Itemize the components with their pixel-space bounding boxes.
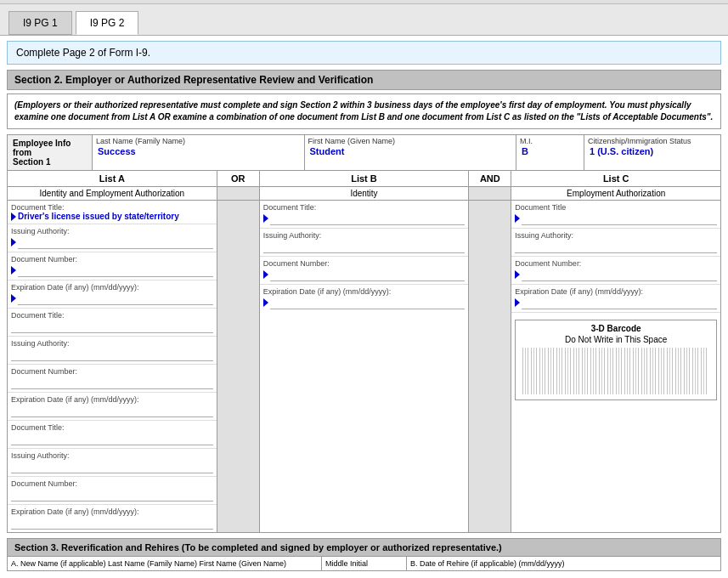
employee-info-row: Employee Info fromSection 1 Last Name (F… — [8, 135, 720, 171]
list-b-sub: Identity — [260, 187, 470, 200]
section2-form: Employee Info fromSection 1 Last Name (F… — [7, 134, 721, 533]
section3-header: Section 3. Reverification and Rehires (T… — [7, 538, 721, 557]
col-a-issuing-auth-1: Issuing Authority: — [8, 224, 217, 252]
col-b-issuing-label: Issuing Authority: — [263, 231, 466, 240]
tab-bar: I9 PG 1 I9 PG 2 — [0, 4, 728, 36]
col-a-expdate-label: Expiration Date (if any) (mm/dd/yyyy): — [11, 283, 213, 292]
col-c-doc-title: Document Title — [511, 201, 720, 229]
col-b-issuing-input[interactable] — [263, 240, 466, 253]
barcode-box: 3-D Barcode Do Not Write in This Space — [515, 320, 717, 400]
col-a-docnum2-input[interactable] — [11, 376, 213, 389]
col-a-issuing3-label: Issuing Authority: — [11, 451, 213, 460]
col-a-doc-title2-label: Document Title: — [11, 311, 213, 320]
col-c-issuing-auth: Issuing Authority: — [511, 229, 720, 257]
col-c-docnum-input[interactable] — [522, 268, 717, 281]
col-b-docnum-input[interactable] — [270, 268, 466, 281]
col-a-doc-title2-input[interactable] — [11, 320, 213, 333]
tab-i9-pg2[interactable]: I9 PG 2 — [76, 11, 139, 35]
emp-citizenship-cell: Citizenship/Immigration Status 1 (U.S. c… — [584, 135, 720, 170]
col-b-expdate-input[interactable] — [270, 296, 466, 309]
emp-mi-cell: M.I. B — [516, 135, 584, 170]
col-b-docnum-label: Document Number: — [263, 259, 466, 268]
col-b-doc-title-input[interactable] — [270, 212, 466, 225]
col-b-exp-date: Expiration Date (if any) (mm/dd/yyyy): — [260, 285, 469, 312]
col-c-doc-number: Document Number: — [511, 257, 720, 285]
col-a-issuing-3: Issuing Authority: — [8, 449, 217, 477]
barcode-subtitle: Do Not Write in This Space — [519, 335, 713, 344]
citizenship-label: Citizenship/Immigration Status — [588, 137, 717, 145]
list-a-sub: Identity and Employment Authorization — [8, 187, 217, 200]
col-a-exp-date-1: Expiration Date (if any) (mm/dd/yyyy): — [8, 280, 217, 309]
notice-bar: Complete Page 2 of Form I-9. — [7, 41, 721, 65]
col-a-expdate2-input[interactable] — [11, 404, 213, 417]
and-header: AND — [469, 171, 511, 186]
list-headers-row: List A OR List B AND List C — [8, 171, 720, 187]
col-a-doc-title-value: Driver's license issued by state/territo… — [18, 212, 179, 221]
list-c-header: List C — [511, 171, 720, 186]
col-c-doc-title-label: Document Title — [515, 203, 717, 212]
col-c-issuing-label: Issuing Authority: — [515, 231, 717, 240]
tab-i9-pg1[interactable]: I9 PG 1 — [8, 11, 72, 35]
col-c-docnum-label: Document Number: — [515, 259, 717, 268]
emp-last-name-cell: Last Name (Family Name) Success — [93, 135, 305, 170]
first-name-value: Student — [308, 145, 513, 157]
section3-col-a: A. New Name (if applicable) Last Name (F… — [8, 557, 322, 570]
col-a-doc-number-3: Document Number: — [8, 477, 217, 505]
data-columns: Document Title: Driver's license issued … — [8, 201, 720, 532]
triangle-icon-b1 — [263, 214, 268, 223]
col-a-exp-date-3: Expiration Date (if any) (mm/dd/yyyy): — [8, 505, 217, 532]
list-c-sub: Employment Authorization — [511, 187, 720, 200]
last-name-label: Last Name (Family Name) — [96, 137, 301, 145]
list-b-header: List B — [260, 171, 470, 186]
col-a-exp-date-2: Expiration Date (if any) (mm/dd/yyyy): — [8, 393, 217, 421]
emp-label: Employee Info fromSection 1 — [8, 135, 93, 170]
col-a-docnum-input[interactable] — [18, 264, 213, 277]
or-spacer — [217, 187, 260, 200]
first-name-label: First Name (Given Name) — [308, 137, 513, 145]
col-b-issuing-auth: Issuing Authority: — [260, 229, 469, 257]
col-a-expdate3-input[interactable] — [11, 516, 213, 530]
col-a-docnum3-label: Document Number: — [11, 479, 213, 488]
col-a-issuing2-label: Issuing Authority: — [11, 339, 213, 348]
col-a-issuing-2: Issuing Authority: — [8, 337, 217, 365]
col-a-doc-title3-input[interactable] — [11, 432, 213, 445]
triangle-icon-c1 — [515, 214, 520, 223]
triangle-icon-a2 — [11, 238, 16, 246]
col-a: Document Title: Driver's license issued … — [8, 201, 217, 532]
col-a-issuing-input[interactable] — [18, 235, 213, 249]
section2-instructions: (Employers or their authorized represent… — [7, 94, 721, 129]
col-c-issuing-input[interactable] — [515, 240, 717, 253]
citizenship-value: 1 (U.S. citizen) — [588, 145, 717, 157]
col-a-doc-title-2: Document Title: — [8, 309, 217, 337]
col-c: Document Title Issuing Authority: Docume… — [511, 201, 720, 532]
col-b-doc-title: Document Title: — [260, 201, 469, 229]
col-b: Document Title: Issuing Authority: Docum… — [260, 201, 470, 532]
col-a-issuing2-input[interactable] — [11, 348, 213, 361]
triangle-icon-c2 — [515, 270, 520, 279]
col-a-doc-title-label: Document Title: — [11, 203, 213, 212]
triangle-icon-a3 — [11, 266, 16, 275]
col-c-exp-date: Expiration Date (if any) (mm/dd/yyyy): — [511, 285, 720, 313]
triangle-icon-c3 — [515, 298, 520, 307]
mi-value: B — [520, 145, 580, 157]
col-b-expdate-label: Expiration Date (if any) (mm/dd/yyyy): — [263, 287, 466, 296]
col-a-doc-title-1: Document Title: Driver's license issued … — [8, 201, 217, 224]
col-a-docnum3-input[interactable] — [11, 488, 213, 502]
col-c-expdate-label: Expiration Date (if any) (mm/dd/yyyy): — [515, 287, 717, 296]
col-c-doc-title-input[interactable] — [522, 212, 717, 225]
col-a-docnum2-label: Document Number: — [11, 367, 213, 376]
col-a-expdate-input[interactable] — [18, 292, 213, 305]
col-b-doc-number: Document Number: — [260, 257, 469, 285]
list-a-header: List A — [8, 171, 217, 186]
or-column — [217, 201, 260, 532]
col-c-expdate-input[interactable] — [522, 296, 717, 309]
triangle-icon-a4 — [11, 294, 16, 303]
barcode-area: 3-D Barcode Do Not Write in This Space — [511, 316, 720, 404]
barcode-title: 3-D Barcode — [519, 324, 713, 333]
barcode-image — [522, 348, 709, 394]
col-a-issuing3-input[interactable] — [11, 460, 213, 473]
triangle-icon-a1 — [11, 212, 16, 221]
section2-header: Section 2. Employer or Authorized Repres… — [7, 70, 721, 90]
and-column — [469, 201, 511, 532]
col-a-doc-title-3: Document Title: — [8, 421, 217, 449]
